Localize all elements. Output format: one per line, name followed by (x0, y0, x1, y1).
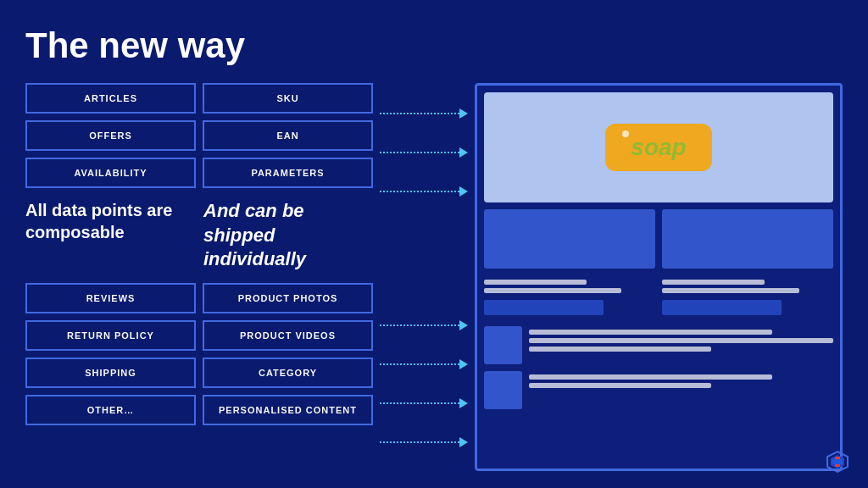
parameters-box: PARAMETERS (203, 158, 373, 188)
offers-box: OFFERS (25, 120, 196, 151)
svg-rect-3 (832, 459, 843, 464)
shipped-text: And can be shipped individually (203, 199, 373, 272)
product-photos-box: PRODUCT PHOTOS (203, 283, 373, 313)
slide: The new way ARTICLES SKU OFFERS EAN AVAI… (0, 0, 868, 488)
dotted-arrow-1 (380, 108, 468, 119)
arrow-row-6 (380, 387, 468, 419)
availability-box: AVAILABILITY (25, 158, 196, 188)
dotted-line-6 (380, 402, 459, 404)
arrow-row-1 (380, 97, 468, 130)
ean-box: EAN (203, 120, 373, 151)
mock-line-7 (529, 347, 711, 352)
arrow-head-5 (459, 359, 468, 369)
reviews-box: REVIEWS (25, 283, 196, 313)
product-videos-box: PRODUCT VIDEOS (203, 320, 373, 351)
mock-button-1 (484, 300, 604, 315)
bottom-grid: REVIEWS PRODUCT PHOTOS RETURN POLICY PRO… (25, 283, 373, 425)
arrow-head-1 (459, 108, 468, 119)
mock-row-1-text (529, 326, 833, 352)
dotted-line-4 (380, 324, 459, 326)
mock-image-1 (484, 209, 655, 269)
dotted-line-3 (380, 191, 459, 192)
boxes-section: ARTICLES SKU OFFERS EAN AVAILABILITY PAR… (25, 83, 373, 471)
arrow-head-7 (459, 437, 468, 447)
content-area: ARTICLES SKU OFFERS EAN AVAILABILITY PAR… (25, 83, 843, 471)
logo (824, 448, 851, 475)
soap-label: soap (631, 134, 686, 160)
other-box: OTHER… (25, 395, 196, 425)
mock-line-6 (529, 338, 833, 343)
mock-line-2 (484, 288, 621, 293)
dotted-arrow-6 (380, 398, 468, 408)
soap-highlight (622, 130, 629, 137)
category-box: CATEGORY (203, 358, 373, 388)
middle-text-row: All data points are composable And can b… (25, 195, 373, 276)
mock-hero-image: soap (484, 92, 833, 202)
mock-ui: soap (475, 83, 843, 471)
arrows-section (373, 83, 475, 471)
arrow-head-4 (459, 320, 468, 330)
bottom-arrows (380, 309, 468, 458)
mock-small-image-1 (484, 326, 522, 364)
dotted-line-5 (380, 363, 459, 365)
mock-text-section (484, 275, 833, 319)
sku-box: SKU (203, 83, 373, 114)
arrow-head-2 (459, 147, 468, 158)
arrow-head-3 (459, 186, 468, 197)
top-grid: ARTICLES SKU OFFERS EAN AVAILABILITY PAR… (25, 83, 373, 188)
articles-box: ARTICLES (25, 83, 196, 114)
arrow-row-3 (380, 175, 468, 208)
mock-line-4 (662, 288, 799, 293)
dotted-arrow-4 (380, 320, 468, 330)
mock-row-2-text (529, 371, 833, 388)
mock-row-2 (484, 371, 833, 409)
dotted-arrow-3 (380, 186, 468, 197)
page-title: The new way (25, 25, 843, 66)
arrow-head-6 (459, 398, 468, 408)
top-arrows (380, 97, 468, 208)
mock-button-2 (662, 300, 782, 315)
mock-line-9 (529, 383, 711, 388)
mock-line-5 (529, 330, 772, 335)
arrow-row-5 (380, 348, 468, 380)
mock-lines-left (484, 275, 655, 319)
shipping-box: SHIPPING (25, 358, 196, 388)
dotted-line-7 (380, 441, 459, 443)
mock-line-1 (484, 280, 587, 285)
dotted-arrow-2 (380, 147, 468, 158)
mock-line-3 (662, 280, 765, 285)
dotted-arrow-5 (380, 359, 468, 369)
mock-line-8 (529, 374, 772, 380)
composable-text: All data points are composable (25, 199, 186, 243)
logo-icon (824, 448, 851, 475)
mock-lines-right (662, 275, 833, 319)
arrow-row-4 (380, 309, 468, 341)
dotted-line-2 (380, 152, 459, 153)
personalised-content-box: PERSONALISED CONTENT (203, 395, 373, 425)
dotted-arrow-7 (380, 437, 468, 447)
arrow-spacer (380, 232, 468, 285)
dotted-line-1 (380, 113, 459, 114)
arrow-row-7 (380, 426, 468, 458)
arrow-row-2 (380, 136, 468, 169)
mock-row-1 (484, 326, 833, 364)
mock-two-col (484, 209, 833, 269)
return-policy-box: RETURN POLICY (25, 320, 196, 351)
soap-product: soap (605, 124, 711, 171)
mock-small-image-2 (484, 371, 522, 409)
mock-image-2 (662, 209, 833, 269)
